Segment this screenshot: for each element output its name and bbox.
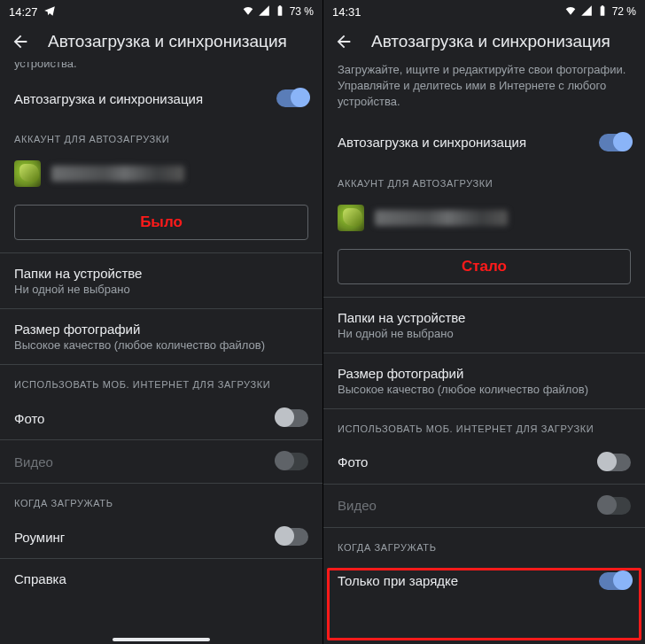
main-sync-toggle[interactable] (599, 134, 631, 151)
section-account: АККАУНТ ДЛЯ АВТОЗАГРУЗКИ (0, 120, 322, 151)
device-folders-sub: Ни одной не выбрано (338, 327, 631, 340)
row-video: Видео (323, 485, 645, 527)
photo-toggle[interactable] (276, 409, 308, 427)
row-help[interactable]: Справка (0, 559, 322, 599)
battery-icon (274, 4, 286, 19)
wifi-icon (564, 4, 577, 19)
signal-icon (258, 4, 270, 19)
account-row[interactable] (0, 151, 322, 199)
home-indicator[interactable] (113, 638, 210, 641)
page-title: Автозагрузка и синхронизация (48, 32, 287, 51)
description: Загружайте, ищите и редактируйте свои фо… (323, 62, 645, 121)
annotated-button-before[interactable]: Было (14, 205, 308, 240)
status-bar: 14:31 72 % (323, 0, 645, 23)
video-label: Видео (14, 454, 53, 469)
settings-content: Загружайте, ищите и редактируйте свои фо… (323, 62, 645, 644)
device-folders-title: Папки на устройстве (14, 266, 308, 281)
phone-after: 14:31 72 % Автозагрузка и синхронизация … (322, 0, 645, 644)
status-bar: 14:27 73 % (0, 0, 322, 23)
row-photo[interactable]: Фото (0, 397, 322, 439)
main-sync-label: Автозагрузка и синхронизация (338, 135, 526, 150)
upload-size-sub: Высокое качество (любое количество файло… (14, 338, 308, 352)
main-sync-toggle[interactable] (276, 89, 308, 107)
back-button[interactable] (334, 32, 354, 51)
description-cut: устройства. (0, 62, 322, 77)
row-video: Видео (0, 440, 322, 483)
row-photo[interactable]: Фото (323, 441, 645, 484)
row-device-folders[interactable]: Папки на устройстве Ни одной не выбрано (323, 298, 645, 353)
row-upload-size[interactable]: Размер фотографий Высокое качество (любо… (323, 353, 645, 408)
status-battery: 73 % (290, 5, 314, 18)
photo-toggle[interactable] (599, 454, 631, 471)
page-title: Автозагрузка и синхронизация (371, 32, 610, 51)
battery-icon (596, 4, 609, 19)
roaming-label: Роуминг (14, 530, 65, 545)
app-bar: Автозагрузка и синхронизация (323, 23, 645, 62)
app-bar: Автозагрузка и синхронизация (0, 23, 322, 62)
charging-toggle[interactable] (599, 572, 631, 590)
row-device-folders[interactable]: Папки на устройстве Ни одной не выбрано (0, 253, 322, 308)
wifi-icon (242, 4, 254, 19)
row-charging-only[interactable]: Только при зарядке (323, 560, 645, 602)
section-mobile-data: ИСПОЛЬЗОВАТЬ МОБ. ИНТЕРНЕТ ДЛЯ ЗАГРУЗКИ (0, 365, 322, 397)
device-folders-sub: Ни одной не выбрано (14, 283, 308, 296)
roaming-toggle[interactable] (276, 528, 308, 546)
video-label: Видео (338, 498, 377, 513)
section-when-upload: КОГДА ЗАГРУЖАТЬ (0, 484, 322, 516)
settings-content: устройства. Автозагрузка и синхронизация… (0, 62, 322, 644)
device-folders-title: Папки на устройстве (338, 310, 631, 325)
status-time: 14:31 (332, 5, 361, 19)
row-main-sync[interactable]: Автозагрузка и синхронизация (0, 77, 322, 120)
phone-before: 14:27 73 % Автозагрузка и синхронизация … (0, 0, 322, 644)
help-label: Справка (14, 571, 66, 586)
main-sync-label: Автозагрузка и синхронизация (14, 91, 203, 106)
photo-label: Фото (14, 411, 44, 426)
section-mobile-data: ИСПОЛЬЗОВАТЬ МОБ. ИНТЕРНЕТ ДЛЯ ЗАГРУЗКИ (323, 409, 645, 441)
android-avatar-icon (14, 160, 41, 187)
annotation-after: Стало (462, 258, 507, 275)
account-row[interactable] (323, 196, 645, 244)
video-toggle (599, 497, 631, 515)
annotation-before: Было (140, 213, 183, 231)
signal-icon (580, 4, 593, 19)
telegram-icon (43, 4, 56, 19)
section-when-upload: КОГДА ЗАГРУЖАТЬ (323, 528, 645, 560)
photo-label: Фото (338, 454, 368, 469)
row-roaming[interactable]: Роуминг (0, 516, 322, 558)
charging-label: Только при зарядке (338, 573, 458, 588)
row-main-sync[interactable]: Автозагрузка и синхронизация (323, 121, 645, 164)
status-battery: 72 % (612, 5, 636, 18)
android-avatar-icon (338, 205, 364, 231)
account-email-blurred (375, 210, 508, 226)
back-button[interactable] (11, 32, 30, 51)
row-upload-size[interactable]: Размер фотографий Высокое качество (любо… (0, 309, 322, 364)
section-account: АККАУНТ ДЛЯ АВТОЗАГРУЗКИ (323, 164, 645, 196)
upload-size-sub: Высокое качество (любое количество файло… (338, 383, 631, 396)
upload-size-title: Размер фотографий (14, 322, 308, 337)
account-email-blurred (51, 166, 184, 182)
upload-size-title: Размер фотографий (338, 366, 631, 381)
status-time: 14:27 (9, 5, 38, 19)
video-toggle (276, 453, 308, 470)
annotated-button-after[interactable]: Стало (338, 249, 631, 284)
